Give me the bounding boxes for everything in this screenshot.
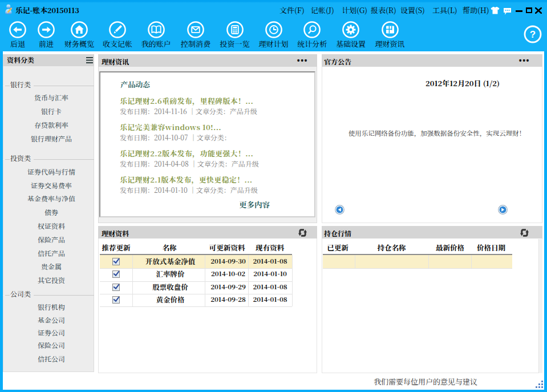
- svg-text:?: ?: [530, 29, 536, 40]
